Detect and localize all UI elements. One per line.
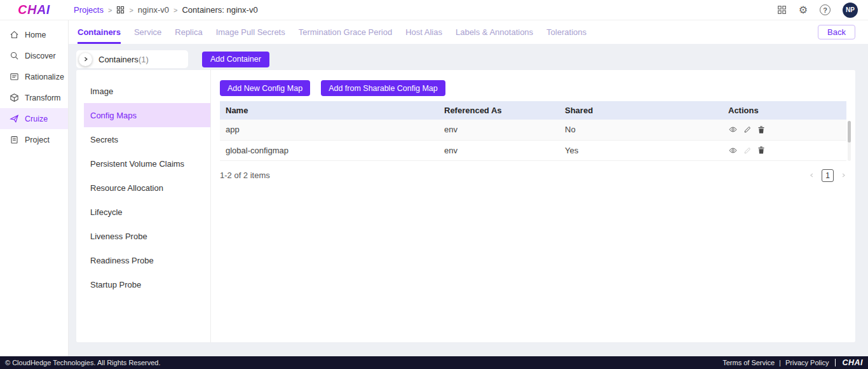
sidebar-item-label: Home [25, 31, 46, 39]
config-nav-secrets[interactable]: Secrets [84, 127, 210, 151]
user-avatar[interactable]: NP [843, 3, 858, 18]
chevron-right-icon[interactable] [79, 53, 92, 66]
config-maps-table: Name Referenced As Shared Actions app en… [220, 101, 846, 161]
tab-termination-grace-period[interactable]: Termination Grace Period [299, 20, 392, 44]
containers-expander-row: Containers(1) Add Container [76, 50, 855, 68]
column-header-referenced-as: Referenced As [438, 101, 559, 120]
help-icon[interactable]: ? [820, 4, 831, 15]
content-area: Containers Service Replica Image Pull Se… [69, 20, 868, 356]
breadcrumb-app[interactable]: nginx-v0 [138, 5, 169, 15]
terms-of-service-link[interactable]: Terms of Service [722, 359, 775, 366]
logo-wrap: CHAI [0, 3, 69, 17]
pagination-summary: 1-2 of 2 items [220, 171, 270, 180]
pagination-row: 1-2 of 2 items 1 [220, 169, 846, 182]
sidebar-item-label: Project [25, 136, 50, 144]
add-from-sharable-config-map-button[interactable]: Add from Sharable Config Map [321, 80, 445, 96]
sidebar-item-label: Cruize [25, 115, 48, 123]
next-page-icon[interactable] [841, 172, 846, 178]
cell-name: global-configmap [220, 140, 438, 160]
sidebar-item-transform[interactable]: Transform [0, 87, 68, 108]
footer-copyright: © CloudHedge Technologies. All Rights Re… [5, 359, 161, 366]
container-config-card: Image Config Maps Secrets Persistent Vol… [76, 70, 855, 342]
sidebar-item-rationalize[interactable]: Rationalize [0, 66, 68, 87]
tab-service[interactable]: Service [134, 20, 161, 44]
view-icon[interactable] [728, 146, 738, 155]
page-number-button[interactable]: 1 [822, 169, 834, 182]
table-scrollbar[interactable] [848, 121, 851, 161]
cell-name: app [220, 120, 438, 140]
prev-page-icon[interactable] [809, 172, 815, 178]
cell-referenced-as: env [438, 120, 559, 140]
config-maps-table-wrap: Name Referenced As Shared Actions app en… [220, 101, 846, 161]
sidebar-item-label: Rationalize [25, 73, 64, 81]
settings-gear-icon[interactable]: ⚙ [799, 5, 808, 15]
table-row: app env No [220, 120, 846, 140]
privacy-policy-link[interactable]: Privacy Policy [785, 359, 829, 366]
config-nav-config-maps[interactable]: Config Maps [84, 103, 210, 127]
table-row: global-configmap env Yes [220, 140, 846, 160]
edit-icon[interactable] [743, 125, 752, 134]
transform-icon [10, 93, 19, 102]
topbar: CHAI Projects > > nginx-v0 > Containers:… [0, 0, 868, 20]
main-layout: Home Discover Rationalize Transform Crui… [0, 20, 868, 356]
tab-containers[interactable]: Containers [78, 20, 121, 44]
config-nav-resource-allocation[interactable]: Resource Allocation [84, 176, 210, 200]
tab-labels-annotations[interactable]: Labels & Annotations [456, 20, 533, 44]
breadcrumb-projects-link[interactable]: Projects [74, 5, 104, 15]
row-actions [728, 125, 841, 134]
containers-expander-title: Containers [98, 55, 139, 64]
edit-icon-disabled [743, 146, 752, 155]
containers-expander[interactable]: Containers(1) [76, 50, 188, 68]
footer-links: Terms of Service | Privacy Policy CHAI [722, 358, 863, 367]
chai-logo[interactable]: CHAI [18, 3, 50, 17]
discover-icon [10, 51, 19, 60]
config-nav-readiness-probe[interactable]: Readiness Probe [84, 248, 210, 272]
tab-host-alias[interactable]: Host Alias [405, 20, 442, 44]
config-nav-persistent-volume-claims[interactable]: Persistent Volume Claims [84, 151, 210, 176]
config-maps-actions: Add New Config Map Add from Sharable Con… [220, 80, 846, 96]
sidebar: Home Discover Rationalize Transform Crui… [0, 20, 69, 356]
config-section-nav: Image Config Maps Secrets Persistent Vol… [76, 70, 211, 342]
column-header-actions: Actions [722, 101, 846, 120]
table-header-row: Name Referenced As Shared Actions [220, 101, 846, 120]
config-nav-startup-probe[interactable]: Startup Probe [84, 272, 210, 296]
sidebar-item-label: Transform [25, 94, 61, 102]
apps-launcher-icon[interactable] [777, 5, 787, 15]
footer: © CloudHedge Technologies. All Rights Re… [0, 356, 868, 369]
sidebar-item-cruize[interactable]: Cruize [0, 108, 68, 129]
row-actions [728, 146, 841, 155]
back-button[interactable]: Back [818, 25, 855, 39]
column-header-shared: Shared [559, 101, 722, 120]
add-new-config-map-button[interactable]: Add New Config Map [220, 80, 310, 96]
home-icon [10, 30, 19, 39]
config-nav-liveness-probe[interactable]: Liveness Probe [84, 224, 210, 248]
cell-shared: No [559, 120, 722, 140]
delete-icon[interactable] [757, 146, 765, 155]
breadcrumb-separator: > [108, 6, 112, 14]
tab-tolerations[interactable]: Tolerations [546, 20, 587, 44]
breadcrumb-current-page: Containers: nginx-v0 [182, 5, 257, 15]
sidebar-item-project[interactable]: Project [0, 129, 68, 150]
tab-replica[interactable]: Replica [175, 20, 202, 44]
sidebar-item-discover[interactable]: Discover [0, 45, 68, 66]
body-area: Containers(1) Add Container Image Config… [69, 44, 868, 356]
project-icon [10, 135, 19, 144]
containers-expander-label: Containers(1) [98, 53, 149, 65]
footer-chai-brand: CHAI [842, 358, 863, 367]
delete-icon[interactable] [757, 125, 765, 134]
tabbar: Containers Service Replica Image Pull Se… [69, 20, 868, 44]
breadcrumb-separator: > [173, 6, 177, 14]
tab-image-pull-secrets[interactable]: Image Pull Secrets [216, 20, 285, 44]
add-container-button[interactable]: Add Container [202, 52, 269, 67]
sidebar-item-home[interactable]: Home [0, 24, 68, 45]
topbar-actions: ⚙ ? NP [777, 3, 868, 18]
config-nav-image[interactable]: Image [84, 79, 210, 103]
sidebar-item-label: Discover [25, 52, 56, 60]
config-nav-lifecycle[interactable]: Lifecycle [84, 200, 210, 224]
apps-grid-icon[interactable] [116, 6, 125, 14]
pager: 1 [809, 169, 846, 182]
footer-divider [835, 359, 836, 366]
scrollbar-thumb[interactable] [848, 121, 851, 143]
breadcrumb-separator: > [129, 6, 133, 14]
view-icon[interactable] [728, 125, 738, 134]
